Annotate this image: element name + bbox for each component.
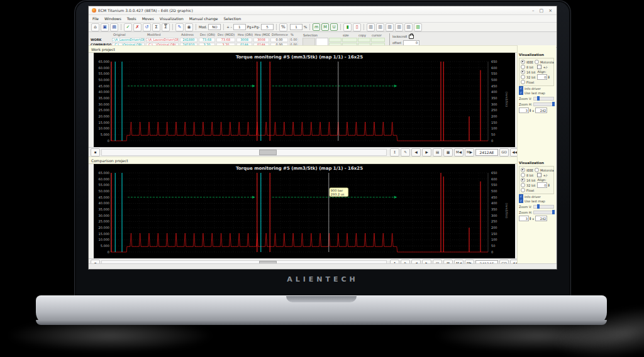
table-cell[interactable]: 73.68 bbox=[216, 38, 235, 42]
table-cell[interactable]: 73.68 bbox=[199, 38, 215, 42]
trash-icon[interactable]: ▯ bbox=[353, 23, 361, 31]
zoom-h-slider-thumb[interactable] bbox=[552, 102, 555, 106]
rows-spinner[interactable]: 3▲▼ bbox=[519, 216, 531, 221]
size-cell[interactable] bbox=[371, 38, 385, 42]
zoom-v-slider-thumb[interactable] bbox=[537, 96, 540, 101]
minimize-button[interactable]: – bbox=[532, 8, 535, 13]
menu-selection[interactable]: Selection bbox=[224, 16, 242, 21]
menu-visualization[interactable]: Visualization bbox=[160, 16, 184, 21]
sum-avg-icon[interactable]: Σ bbox=[162, 23, 170, 31]
paste-special-icon[interactable]: ▥ bbox=[414, 23, 422, 31]
scrollbar-left-button[interactable]: ▪ bbox=[91, 148, 100, 157]
zoom-h-slider[interactable] bbox=[533, 211, 554, 214]
copy-buffer-5-icon[interactable]: ▥ bbox=[404, 23, 413, 31]
edit-pencil-icon[interactable]: ✎ bbox=[175, 23, 184, 31]
radio-16-bit[interactable]: 16 bit bbox=[521, 178, 535, 182]
button-U[interactable]: U bbox=[330, 23, 338, 31]
page-step-input[interactable]: 5 bbox=[261, 24, 274, 30]
radio-ieee[interactable]: IEEE bbox=[521, 60, 533, 64]
radio-motorola[interactable]: Motorola bbox=[535, 60, 554, 64]
confirm-icon[interactable]: ✓ bbox=[124, 23, 132, 31]
address-input[interactable]: 2412AE bbox=[475, 149, 498, 156]
grid-view-icon[interactable]: ▦ bbox=[443, 148, 453, 157]
menu-moves[interactable]: Moves bbox=[142, 16, 154, 21]
maximize-button[interactable]: ▢ bbox=[540, 8, 544, 13]
menu-file[interactable]: File bbox=[92, 16, 99, 21]
table-cell[interactable]: 3008 bbox=[253, 38, 269, 42]
work-chart[interactable]: 05.00010.00015.00020.00025.00030.00035.0… bbox=[94, 53, 515, 147]
cols-input[interactable]: 242 bbox=[535, 107, 547, 113]
scrollbar-thumb[interactable] bbox=[259, 150, 277, 155]
copy-buffer-1-icon[interactable]: ▥ bbox=[367, 23, 375, 31]
percent-icon[interactable]: % bbox=[279, 23, 287, 31]
home-icon[interactable]: ⌂ bbox=[91, 23, 99, 31]
align-spinner[interactable]: 0▲▼ bbox=[537, 182, 549, 188]
align-spinner[interactable]: 0▲▼ bbox=[537, 74, 549, 80]
zoom-v-slider-thumb[interactable] bbox=[537, 204, 540, 209]
chart-scrollbar[interactable] bbox=[101, 149, 387, 156]
cols-input[interactable]: 242 bbox=[535, 216, 547, 221]
next-map-button[interactable]: M▶ bbox=[465, 148, 474, 157]
radio-float[interactable]: Float bbox=[521, 80, 535, 84]
lock-icon[interactable] bbox=[409, 35, 414, 39]
checkbox-info-driver[interactable]: ✓Info driver bbox=[519, 86, 554, 91]
table-cell[interactable]: C:\A_LavoroDriver\OR bbox=[112, 38, 145, 42]
radio-8-bit[interactable]: 8 bit bbox=[521, 65, 535, 69]
zoom-h-slider[interactable] bbox=[533, 102, 554, 106]
zoom-icon[interactable]: ◉ bbox=[185, 23, 193, 31]
measure-icon[interactable]: ✎ bbox=[401, 148, 410, 157]
spinner-arrows-icon[interactable]: ▲▼ bbox=[530, 109, 531, 113]
menu-tools[interactable]: Tools bbox=[127, 16, 136, 21]
undo-icon[interactable]: ↺ bbox=[143, 23, 151, 31]
go-button[interactable]: GO bbox=[499, 148, 509, 157]
next-value-button[interactable]: ▶ bbox=[422, 148, 431, 157]
selection-cell[interactable] bbox=[358, 38, 370, 42]
radio-motorola[interactable]: Motorola bbox=[535, 168, 554, 172]
spinner-arrows-icon[interactable]: ▲▼ bbox=[548, 75, 549, 79]
copy-buffer-4-icon[interactable]: ▥ bbox=[395, 23, 403, 31]
mod-input[interactable]: NO bbox=[208, 24, 221, 30]
copy-buffer-3-icon[interactable]: ▥ bbox=[386, 23, 394, 31]
table-cell[interactable]: 3008 bbox=[236, 38, 252, 42]
pan-mode-icon[interactable]: ↥ bbox=[390, 148, 399, 157]
button-M[interactable]: M bbox=[321, 23, 329, 31]
table-cell[interactable]: 0.00 bbox=[289, 38, 298, 42]
percent-input[interactable]: 1 bbox=[290, 24, 303, 30]
button-m[interactable]: m bbox=[313, 23, 320, 31]
sum-icon[interactable]: Σ bbox=[152, 23, 160, 31]
save-icon[interactable]: ▤ bbox=[110, 23, 118, 31]
selection-cell[interactable] bbox=[342, 38, 357, 42]
checkbox-info-driver[interactable]: ✓Info driver bbox=[519, 194, 554, 199]
menu-windows[interactable]: Windows bbox=[104, 16, 121, 21]
cancel-icon[interactable]: ✗ bbox=[133, 23, 142, 31]
close-button[interactable]: × bbox=[548, 8, 552, 13]
radio-16-bit[interactable]: 16 bit bbox=[521, 70, 535, 74]
menu-manual-change[interactable]: Manual change bbox=[189, 16, 218, 21]
radio-32-bit[interactable]: 32 bit bbox=[521, 75, 535, 79]
increment-input[interactable]: 1 bbox=[233, 24, 246, 30]
rows-spinner[interactable]: 3▲▼ bbox=[519, 107, 531, 113]
table-cell[interactable]: C:\A_LavoroDriver\OR bbox=[146, 38, 179, 42]
pages-icon[interactable]: ▣ bbox=[101, 23, 109, 31]
prev-value-button[interactable]: ◀ bbox=[411, 148, 421, 157]
checkbox-use-last-map[interactable]: ✓Use last map bbox=[519, 199, 554, 203]
checkbox-use-last-map[interactable]: ✓Use last map bbox=[519, 91, 554, 95]
battery-icon[interactable]: ▮ bbox=[343, 23, 352, 31]
zoom-v-slider[interactable] bbox=[533, 97, 554, 101]
copy-buffer-2-icon[interactable]: ▥ bbox=[376, 23, 384, 31]
table-cell[interactable]: 241880 bbox=[180, 38, 197, 42]
zoom-h-slider-thumb[interactable] bbox=[552, 210, 555, 214]
signed-checkbox[interactable]: +/- bbox=[537, 65, 549, 69]
radio-float[interactable]: Float bbox=[521, 188, 535, 192]
table-cell[interactable]: 0.00 bbox=[270, 38, 288, 42]
spinner-arrows-icon[interactable]: ▲▼ bbox=[530, 217, 531, 221]
radio-8-bit[interactable]: 8 bit bbox=[521, 173, 535, 177]
comparison-chart[interactable]: 05.00010.00015.00020.00025.00030.00035.0… bbox=[94, 164, 515, 258]
list-view-icon[interactable]: ▤ bbox=[433, 148, 442, 157]
selection-cell[interactable] bbox=[329, 38, 341, 42]
spinner-arrows-icon[interactable]: ▲▼ bbox=[548, 184, 549, 187]
radio-ieee[interactable]: IEEE bbox=[521, 168, 533, 172]
signed-checkbox[interactable]: +/- bbox=[537, 173, 549, 177]
radio-32-bit[interactable]: 32 bit bbox=[521, 183, 535, 187]
zoom-v-slider[interactable] bbox=[533, 205, 554, 209]
